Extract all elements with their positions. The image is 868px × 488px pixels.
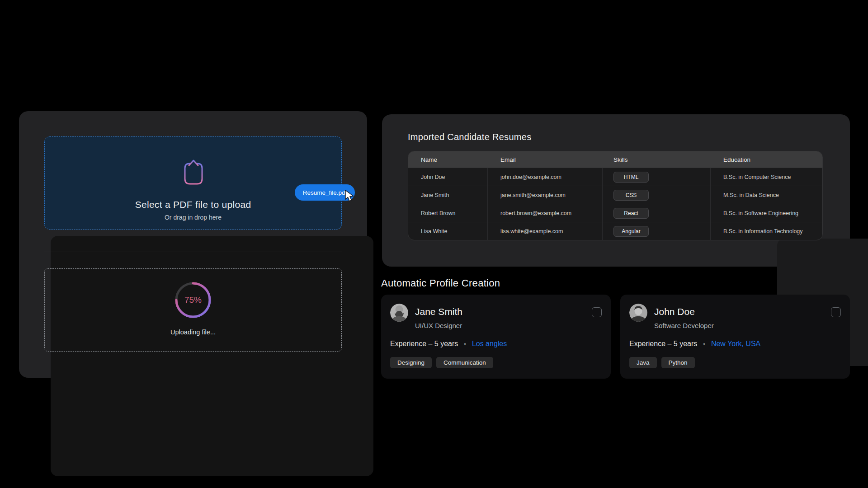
skill-badge[interactable]: Angular [613,226,649,237]
column-header-name: Name [408,151,488,168]
profile-select-checkbox[interactable] [831,307,841,317]
dragged-file-name: Resume_file.pdf [303,189,347,196]
cell-skills: CSS [603,186,711,204]
column-header-skills: Skills [603,151,711,168]
cell-skills: React [603,204,711,222]
avatar [390,304,408,322]
cell-name: Robert Brown [408,204,488,222]
tag-chip[interactable]: Python [661,357,695,368]
cell-education: B.Sc. in Computer Science [711,168,822,186]
progress-percent: 75% [173,280,213,320]
experience-text: Experience – 5 years [390,340,458,348]
cell-education: M.Sc. in Data Science [711,186,822,204]
avatar-image [629,304,647,322]
mouse-cursor-icon [344,190,356,202]
column-header-education: Education [711,151,822,168]
avatar-image [390,304,408,322]
resumes-title: Imported Candidate Resumes [408,132,532,142]
cell-email: jane.smith@example.com [488,186,603,204]
profile-name: Jane Smith [415,306,462,317]
cell-name: Jane Smith [408,186,488,204]
upload-status-text: Uploading file... [45,328,341,336]
table-row: Lisa White lisa.white@example.com Angula… [408,222,822,240]
location-link[interactable]: Los angles [472,340,507,348]
cell-email: robert.brown@example.com [488,204,603,222]
tag-chip[interactable]: Designing [390,357,432,368]
location-link[interactable]: New York, USA [711,340,760,348]
cell-name: John Doe [408,168,488,186]
profile-card-john-doe: John Doe Software Developer Experience –… [620,295,850,379]
dropzone-subtitle: Or drag in drop here [45,214,341,221]
column-header-email: Email [488,151,603,168]
resumes-table: Name Email Skills Education John Doe joh… [408,151,823,240]
cell-skills: HTML [603,168,711,186]
upload-progress-zone: 75% Uploading file... [44,268,342,352]
profiles-section-heading: Automatic Profile Creation [381,277,500,289]
profile-tags: Designing Communication [390,357,493,368]
profile-role: UI/UX Designer [415,322,462,329]
profile-name: John Doe [654,306,695,317]
profile-experience-row: Experience – 5 years • Los angles [390,340,507,348]
page: Select a PDF file to upload Or drag in d… [0,0,868,488]
experience-text: Experience – 5 years [629,340,697,348]
cell-name: Lisa White [408,222,488,240]
cell-education: B.Sc. in Software Engineering [711,204,822,222]
table-header-row: Name Email Skills Education [408,151,822,168]
profile-experience-row: Experience – 5 years • New York, USA [629,340,760,348]
skill-badge[interactable]: React [613,208,649,219]
table-row: Robert Brown robert.brown@example.com Re… [408,204,822,222]
profile-card-jane-smith: Jane Smith UI/UX Designer Experience – 5… [381,295,611,379]
progress-ring: 75% [173,280,213,320]
profile-tags: Java Python [629,357,695,368]
upload-icon [182,158,205,186]
pdf-dropzone[interactable]: Select a PDF file to upload Or drag in d… [44,136,342,230]
table-row: Jane Smith jane.smith@example.com CSS M.… [408,186,822,204]
skill-badge[interactable]: HTML [613,172,649,183]
bullet-separator: • [703,341,705,347]
cell-email: lisa.white@example.com [488,222,603,240]
cell-skills: Angular [603,222,711,240]
skill-badge[interactable]: CSS [613,190,649,201]
panel-divider [44,252,342,252]
avatar [629,304,647,322]
bullet-separator: • [464,341,466,347]
tag-chip[interactable]: Java [629,357,657,368]
table-row: John Doe john.doe@example.com HTML B.Sc.… [408,168,822,186]
cell-education: B.Sc. in Information Technology [711,222,822,240]
dropzone-title: Select a PDF file to upload [45,199,341,210]
tag-chip[interactable]: Communication [436,357,493,368]
profile-role: Software Developer [654,322,714,329]
cell-email: john.doe@example.com [488,168,603,186]
profile-select-checkbox[interactable] [592,307,602,317]
